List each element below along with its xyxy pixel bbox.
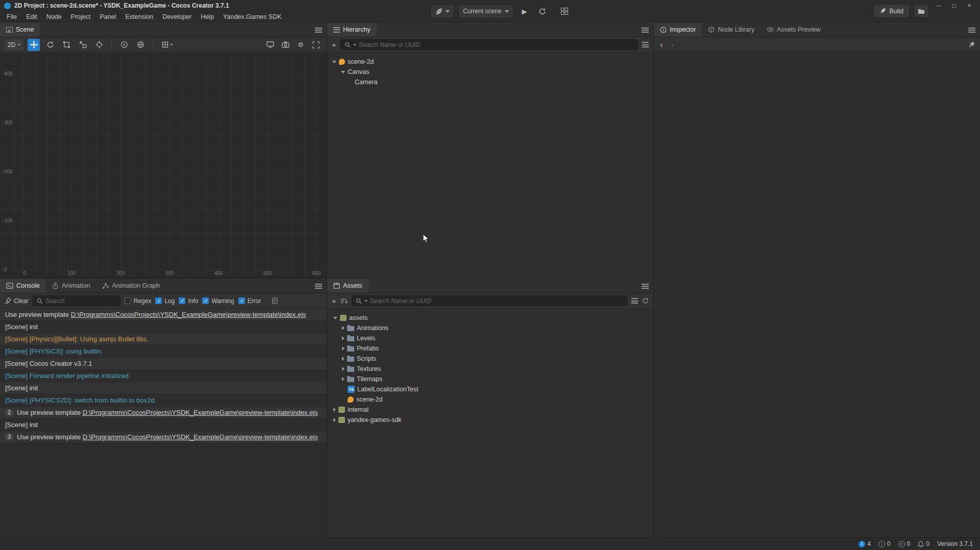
2d-mode-button[interactable]: 2D	[5, 39, 23, 51]
chevron-down-icon[interactable]	[333, 317, 337, 319]
console-panel-menu-icon[interactable]	[315, 284, 322, 289]
rotate-tool-button[interactable]	[44, 39, 56, 51]
asset-item-yandex-games-sdk[interactable]: yandex-games-sdk	[327, 415, 653, 425]
layout-button[interactable]	[557, 5, 571, 18]
log-row[interactable]: [Scene] init	[0, 321, 327, 333]
search-filter-chevron-icon[interactable]	[364, 300, 368, 302]
asset-item-textures[interactable]: Textures	[327, 364, 653, 374]
log-file-button[interactable]	[272, 297, 278, 304]
status-info[interactable]: 4	[859, 540, 871, 547]
assets-panel-menu-icon[interactable]	[642, 284, 649, 289]
log-row[interactable]: [Scene] [Physics][Bullet]: Using asmjs B…	[0, 333, 327, 345]
history-back-button[interactable]: ‹	[660, 40, 663, 49]
hierarchy-node-camera[interactable]: Camera	[327, 77, 653, 87]
create-node-button[interactable]: +	[332, 41, 336, 48]
anchor-tool-button[interactable]	[93, 39, 105, 51]
build-button[interactable]: Build	[873, 4, 910, 18]
close-button[interactable]: ×	[962, 1, 977, 10]
create-asset-button[interactable]: +	[332, 297, 336, 305]
menu-project[interactable]: Project	[66, 11, 95, 22]
log-row[interactable]: 3 Use preview template D:\Programms\Coco…	[0, 431, 327, 443]
tab-animation-graph[interactable]: Animation Graph	[96, 279, 166, 293]
log-file-link[interactable]: D:\Programms\CocosProjects\YSDK_ExampleG…	[83, 433, 318, 441]
filter-log[interactable]: Log	[155, 297, 175, 305]
log-row[interactable]: [Scene] init	[0, 419, 327, 431]
preview-scene-select[interactable]: Current scene	[458, 5, 513, 18]
scene-capture-button[interactable]	[279, 39, 291, 51]
inspector-panel-menu-icon[interactable]	[968, 28, 975, 33]
menu-help[interactable]: Help	[196, 11, 218, 22]
tab-animation[interactable]: Animation	[46, 279, 96, 293]
filter-regex[interactable]: Regex	[125, 297, 152, 305]
tab-hierarchy[interactable]: Hierarchy	[327, 22, 377, 37]
scene-panel-menu-icon[interactable]	[315, 28, 322, 33]
menu-extension[interactable]: Extension	[120, 11, 158, 22]
view-mode-button[interactable]	[264, 39, 276, 51]
assets-search[interactable]	[352, 295, 627, 306]
console-search[interactable]	[33, 295, 120, 306]
chevron-right-icon[interactable]	[342, 357, 345, 361]
hierarchy-search-input[interactable]	[359, 41, 634, 48]
hierarchy-panel-menu-icon[interactable]	[642, 28, 649, 33]
scene-settings-button[interactable]: ⚙	[295, 39, 307, 51]
asset-item-animations[interactable]: Animations	[327, 323, 653, 333]
asset-item-internal[interactable]: internal	[327, 405, 653, 415]
open-build-folder-button[interactable]	[914, 4, 929, 18]
asset-item-levels[interactable]: Levels	[327, 333, 653, 343]
tab-scene[interactable]: Scene	[0, 22, 40, 37]
log-file-link[interactable]: D:\Programms\CocosProjects\YSDK_ExampleG…	[83, 409, 318, 416]
scale-tool-button[interactable]	[77, 39, 89, 51]
chevron-down-icon[interactable]	[332, 61, 336, 63]
log-file-link[interactable]: D:\Programms\CocosProjects\YSDK_ExampleG…	[71, 311, 306, 318]
tab-console[interactable]: Console	[0, 279, 46, 293]
filter-info[interactable]: Info	[179, 297, 198, 305]
status-error[interactable]: 0	[898, 540, 911, 547]
menu-panel[interactable]: Panel	[95, 11, 121, 22]
asset-item-scripts[interactable]: Scripts	[327, 354, 653, 364]
console-search-input[interactable]	[45, 297, 116, 305]
chevron-right-icon[interactable]	[342, 377, 345, 381]
status-log[interactable]: 0	[878, 540, 891, 547]
hierarchy-node-canvas[interactable]: Canvas	[327, 67, 653, 77]
minimize-button[interactable]: ─	[931, 1, 946, 10]
filter-error[interactable]: Error	[238, 297, 261, 305]
menu-developer[interactable]: Developer	[158, 11, 196, 22]
engine-dropdown[interactable]	[430, 5, 454, 18]
asset-item-labellocalizationtest[interactable]: LabelLocalizationTest	[327, 384, 653, 394]
tab-assets[interactable]: Assets	[327, 279, 369, 293]
chevron-right-icon[interactable]	[342, 326, 345, 330]
asset-item-prefabs[interactable]: Prefabs	[327, 343, 653, 354]
hierarchy-list-options-icon[interactable]	[642, 42, 649, 47]
log-row[interactable]: Use preview template D:\Programms\CocosP…	[0, 309, 327, 321]
coordinate-space-button[interactable]	[134, 39, 146, 51]
scene-viewport[interactable]: 400 300 200 100 0 0 100 200 300 400 500 …	[0, 53, 327, 278]
gizmo-options-button[interactable]	[159, 39, 176, 51]
chevron-right-icon[interactable]	[342, 367, 345, 371]
asset-item-assets[interactable]: assets	[327, 313, 653, 323]
chevron-down-icon[interactable]	[341, 71, 345, 73]
rect-tool-button[interactable]	[60, 39, 72, 51]
chevron-right-icon[interactable]	[342, 336, 345, 340]
log-row[interactable]: [Scene] Forward render pipeline initiali…	[0, 370, 327, 382]
play-button[interactable]: ▶	[518, 5, 531, 18]
menu-node[interactable]: Node	[42, 11, 66, 22]
history-forward-button[interactable]: ›	[671, 40, 674, 49]
log-row[interactable]: [Scene] [PHYSICS2D]: switch from builtin…	[0, 394, 327, 407]
log-row[interactable]: [Scene] Cocos Creator v3.7.1	[0, 358, 327, 370]
chevron-right-icon[interactable]	[333, 418, 336, 422]
refresh-button[interactable]	[535, 5, 549, 18]
log-row[interactable]: [Scene] init	[0, 382, 327, 394]
fullscreen-button[interactable]	[310, 39, 322, 51]
assets-search-input[interactable]	[370, 297, 623, 305]
move-tool-button[interactable]	[28, 39, 40, 51]
sort-assets-icon[interactable]	[340, 298, 348, 304]
menu-yandex-games-sdk[interactable]: Yandex.Games SDK	[218, 11, 286, 22]
tab-assets-preview[interactable]: Assets Preview	[761, 22, 826, 37]
pin-icon[interactable]	[968, 41, 975, 48]
hierarchy-search[interactable]	[340, 39, 638, 50]
asset-item-scene-2d[interactable]: scene-2d	[327, 394, 653, 405]
assets-refresh-icon[interactable]	[642, 297, 649, 304]
clear-button[interactable]: Clear	[5, 297, 29, 305]
asset-item-tilemaps[interactable]: Tilemaps	[327, 374, 653, 384]
menu-file[interactable]: File	[2, 11, 21, 22]
